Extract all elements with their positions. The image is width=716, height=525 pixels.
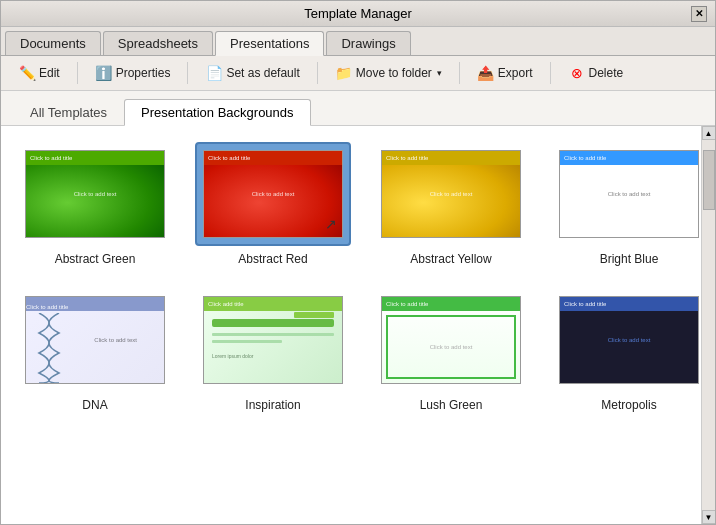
templates-grid: Click to add title Click to add text Abs…: [13, 138, 689, 416]
tab-presentation-backgrounds[interactable]: Presentation Backgrounds: [124, 99, 310, 126]
inspiration-bar: [212, 319, 334, 327]
toolbar-sep-4: [459, 62, 460, 84]
edit-button[interactable]: ✏️ Edit: [9, 61, 69, 85]
set-default-button[interactable]: 📄 Set as default: [196, 61, 308, 85]
tab-presentations[interactable]: Presentations: [215, 31, 325, 56]
cursor-icon: ↗: [325, 216, 337, 232]
thumb-titlebar-dna: Click to add title: [26, 297, 164, 311]
template-label-lush-green: Lush Green: [420, 398, 483, 412]
toolbar-sep-3: [317, 62, 318, 84]
template-label-abstract-yellow: Abstract Yellow: [410, 252, 491, 266]
dna-helix-svg: [34, 313, 64, 383]
export-icon: 📤: [477, 65, 495, 81]
thumb-wrapper-yellow: Click to add title Click to add text: [373, 142, 529, 246]
thumb-dna: Click to add title Click to add text: [25, 296, 165, 384]
thumb-wrapper-metropolis: Click to add title Click to add text: [551, 288, 701, 392]
template-dna[interactable]: Click to add title Click to add text DNA: [13, 284, 177, 416]
scrollbar[interactable]: ▲ ▼: [701, 126, 715, 524]
lushgreen-inner: Click to add text: [386, 315, 516, 379]
thumb-wrapper-inspiration: Click add title Lorem ipsum dolor: [195, 288, 351, 392]
main-window: Template Manager ✕ Documents Spreadsheet…: [0, 0, 716, 525]
dropdown-arrow: ▾: [437, 68, 442, 78]
folder-icon: 📁: [335, 65, 353, 81]
thumb-red: Click to add title Click to add text ↗: [203, 150, 343, 238]
template-lush-green[interactable]: Click to add title Click to add text Lus…: [369, 284, 533, 416]
thumb-titlebar-red: Click to add title: [204, 151, 342, 165]
properties-button[interactable]: ℹ️ Properties: [86, 61, 180, 85]
inspiration-line2: [212, 340, 282, 343]
template-label-abstract-green: Abstract Green: [55, 252, 136, 266]
scrollbar-track[interactable]: [703, 140, 715, 510]
template-label-abstract-red: Abstract Red: [238, 252, 307, 266]
set-default-icon: 📄: [205, 65, 223, 81]
scrollbar-thumb[interactable]: [703, 150, 715, 210]
scroll-down-button[interactable]: ▼: [702, 510, 716, 524]
info-icon: ℹ️: [95, 65, 113, 81]
tab-documents[interactable]: Documents: [5, 31, 101, 55]
thumb-wrapper-red: Click to add title Click to add text ↗: [195, 142, 351, 246]
inspiration-line1: [212, 333, 334, 336]
thumb-titlebar-inspiration: Click add title: [204, 297, 342, 311]
template-inspiration[interactable]: Click add title Lorem ipsum dolor Inspir…: [191, 284, 355, 416]
template-label-bright-blue: Bright Blue: [600, 252, 659, 266]
template-label-metropolis: Metropolis: [601, 398, 656, 412]
thumb-titlebar-blue: Click to add title: [560, 151, 698, 165]
toolbar-sep-2: [187, 62, 188, 84]
delete-button[interactable]: ⊗ Delete: [559, 61, 633, 85]
template-abstract-red[interactable]: Click to add title Click to add text ↗ A…: [191, 138, 355, 270]
delete-icon: ⊗: [568, 65, 586, 81]
thumb-wrapper-blue: Click to add title Click to add text: [551, 142, 701, 246]
window-title: Template Manager: [25, 6, 691, 21]
thumb-titlebar-lushgreen: Click to add title: [382, 297, 520, 311]
scroll-up-button[interactable]: ▲: [702, 126, 716, 140]
thumb-lushgreen: Click to add title Click to add text: [381, 296, 521, 384]
thumb-wrapper-lushgreen: Click to add title Click to add text: [373, 288, 529, 392]
thumb-wrapper-dna: Click to add title Click to add text: [17, 288, 173, 392]
thumb-metropolis: Click to add title Click to add text: [559, 296, 699, 384]
move-to-folder-button[interactable]: 📁 Move to folder ▾: [326, 61, 451, 85]
toolbar-sep-5: [550, 62, 551, 84]
templates-grid-wrapper[interactable]: Click to add title Click to add text Abs…: [1, 126, 701, 524]
close-button[interactable]: ✕: [691, 6, 707, 22]
tab-all-templates[interactable]: All Templates: [13, 99, 124, 125]
thumb-blue: Click to add title Click to add text: [559, 150, 699, 238]
thumb-titlebar-metropolis: Click to add title: [560, 297, 698, 311]
template-abstract-yellow[interactable]: Click to add title Click to add text Abs…: [369, 138, 533, 270]
toolbar: ✏️ Edit ℹ️ Properties 📄 Set as default 📁…: [1, 56, 715, 91]
title-bar: Template Manager ✕: [1, 1, 715, 27]
export-button[interactable]: 📤 Export: [468, 61, 542, 85]
template-label-dna: DNA: [82, 398, 107, 412]
thumb-yellow: Click to add title Click to add text: [381, 150, 521, 238]
template-bright-blue[interactable]: Click to add title Click to add text Bri…: [547, 138, 701, 270]
templates-area: Click to add title Click to add text Abs…: [1, 126, 715, 524]
main-tab-bar: Documents Spreadsheets Presentations Dra…: [1, 27, 715, 56]
thumb-titlebar-green: Click to add title: [26, 151, 164, 165]
toolbar-sep-1: [77, 62, 78, 84]
tab-spreadsheets[interactable]: Spreadsheets: [103, 31, 213, 55]
edit-icon: ✏️: [18, 65, 36, 81]
tab-drawings[interactable]: Drawings: [326, 31, 410, 55]
thumb-wrapper-green: Click to add title Click to add text: [17, 142, 173, 246]
thumb-green: Click to add title Click to add text: [25, 150, 165, 238]
template-label-inspiration: Inspiration: [245, 398, 300, 412]
content-tab-bar: All Templates Presentation Backgrounds: [1, 91, 715, 126]
template-metropolis[interactable]: Click to add title Click to add text Met…: [547, 284, 701, 416]
thumb-titlebar-yellow: Click to add title: [382, 151, 520, 165]
thumb-inspiration: Click add title Lorem ipsum dolor: [203, 296, 343, 384]
template-abstract-green[interactable]: Click to add title Click to add text Abs…: [13, 138, 177, 270]
